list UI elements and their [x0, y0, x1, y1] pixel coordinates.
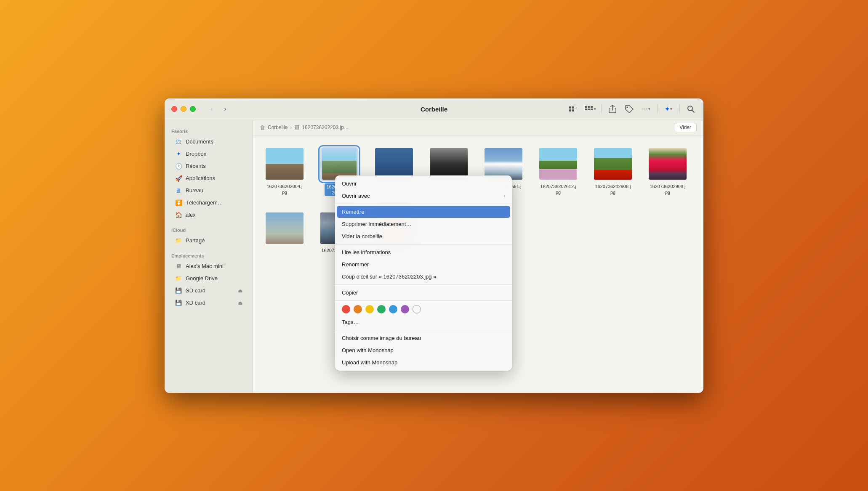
sidebar-label-bureau: Bureau	[186, 187, 203, 194]
tag-icon	[625, 105, 634, 113]
file-item-1[interactable]: 1620736202004.jpg	[261, 144, 308, 200]
tag-purple[interactable]	[401, 305, 409, 313]
sidebar-item-alexmac[interactable]: 🖥 Alex's Mac mini	[168, 260, 249, 272]
tag-red[interactable]	[342, 305, 350, 313]
sidebar-item-sdcard[interactable]: 💾 SD card ⏏	[168, 285, 249, 297]
sidebar-item-dropbox[interactable]: ✦ Dropbox	[168, 148, 249, 160]
file-item-7[interactable]: 1620736202908.jpg	[590, 144, 636, 200]
context-menu-sep-2	[335, 244, 512, 244]
monitor-icon: 🖥	[175, 187, 182, 194]
sidebar-item-recents[interactable]: 🕐 Récents	[168, 160, 249, 172]
file-item-8[interactable]: 1620736202908.jpg	[644, 144, 691, 200]
file-item-6[interactable]: 1620736202612.jpg	[535, 144, 581, 200]
sidebar-item-googledrive[interactable]: 📁 Google Drive	[168, 273, 249, 284]
file-thumb-wrap-7	[594, 147, 632, 181]
sidebar-item-applications[interactable]: 🚀 Applications	[168, 173, 249, 184]
context-menu-item-copier[interactable]: Copier	[335, 287, 512, 299]
svg-rect-0	[585, 106, 587, 108]
tag-blue[interactable]	[389, 305, 397, 313]
file-item-9[interactable]	[261, 208, 308, 263]
share-button[interactable]	[607, 103, 618, 115]
file-name-8: 1620736202908.jpg	[650, 183, 685, 196]
svg-rect-5	[591, 109, 593, 110]
more-button[interactable]: ⋯ ▾	[640, 103, 652, 115]
share-icon	[609, 105, 616, 113]
context-menu-label-remettre: Remettre	[342, 209, 364, 215]
breadcrumb-label: Corbeille	[268, 125, 288, 130]
finder-window: ‹ › Corbeille ⌃	[165, 98, 703, 393]
context-menu-item-tags[interactable]: Tags…	[335, 316, 512, 328]
close-button[interactable]	[171, 106, 177, 112]
context-menu-item-coup-oeil[interactable]: Coup d'œil sur « 1620736202203.jpg »	[335, 271, 512, 283]
icon-view-button[interactable]: ⌃	[567, 103, 579, 115]
context-menu-item-vider-corbeille[interactable]: Vider la corbeille	[335, 230, 512, 242]
svg-rect-1	[588, 106, 590, 108]
context-menu-item-renommer[interactable]: Renommer	[335, 258, 512, 271]
nav-buttons: ‹ ›	[206, 103, 231, 115]
search-button[interactable]	[685, 103, 697, 115]
sidebar-label-recents: Récents	[186, 163, 206, 169]
file-thumb-wrap-8	[649, 147, 687, 181]
list-view-button[interactable]: ▾	[584, 103, 596, 115]
sidebar-item-telechargements[interactable]: ⏬ Téléchargem…	[168, 197, 249, 209]
titlebar: ‹ › Corbeille ⌃	[165, 98, 703, 120]
file-thumb-3	[375, 148, 413, 180]
sidebar-section-icloud: iCloud	[165, 224, 253, 234]
tag-orange[interactable]	[354, 305, 362, 313]
vider-button[interactable]: Vider	[674, 123, 697, 132]
toolbar-separator-2	[657, 105, 658, 113]
maximize-button[interactable]	[190, 106, 196, 112]
tag-button[interactable]	[623, 103, 635, 115]
apps-icon: 🚀	[175, 175, 182, 182]
minimize-button[interactable]	[181, 106, 186, 112]
download-icon: ⏬	[175, 199, 182, 207]
dropbox-button[interactable]: ✦ ▾	[663, 103, 674, 115]
sidebar-item-partage[interactable]: 📁 Partagé	[168, 235, 249, 247]
tag-empty[interactable]	[413, 305, 421, 313]
sidebar-item-xdcard[interactable]: 💾 XD card ⏏	[168, 297, 249, 309]
context-menu-item-upload-monosnap[interactable]: Upload with Monosnap	[335, 356, 512, 369]
context-menu-label-tags: Tags…	[342, 319, 359, 325]
toolbar-right: ⌃ ▾	[567, 103, 697, 115]
toolbar-separator-3	[679, 105, 680, 113]
tag-green[interactable]	[377, 305, 386, 313]
sidebar-item-documents[interactable]: 🗂 Documents	[168, 136, 249, 148]
file-thumb-6	[539, 148, 577, 180]
context-menu-item-ouvrir-avec[interactable]: Ouvrir avec ›	[335, 190, 512, 202]
file-area[interactable]: 1620736202004.jpg 1620736202203.jpg	[253, 135, 703, 393]
sidebar-label-applications: Applications	[186, 175, 215, 181]
context-menu-label-coup-oeil: Coup d'œil sur « 1620736202203.jpg »	[342, 273, 436, 280]
context-menu-item-supprimer[interactable]: Supprimer immédiatement…	[335, 218, 512, 230]
sidebar-section-emplacements: Emplacements	[165, 250, 253, 260]
traffic-lights	[171, 106, 196, 112]
context-menu-item-lire-info[interactable]: Lire les informations	[335, 246, 512, 258]
tags-row	[335, 303, 512, 316]
sidebar-label-telechargements: Téléchargem…	[186, 199, 223, 206]
grid-icon	[569, 106, 574, 111]
main-area: Favoris 🗂 Documents ✦ Dropbox 🕐 Récents …	[165, 120, 703, 393]
context-menu-label-supprimer: Supprimer immédiatement…	[342, 221, 411, 227]
back-button[interactable]: ‹	[206, 103, 218, 115]
context-menu-label-upload-monosnap: Upload with Monosnap	[342, 359, 397, 366]
xdcard-eject[interactable]: ⏏	[238, 300, 242, 306]
home-icon: 🏠	[175, 211, 182, 219]
sidebar-label-dropbox: Dropbox	[186, 151, 206, 157]
context-menu-item-choisir-bureau[interactable]: Choisir comme image du bureau	[335, 332, 512, 344]
sdcard-icon: 💾	[175, 287, 182, 295]
context-menu-label-choisir-bureau: Choisir comme image du bureau	[342, 335, 421, 341]
context-menu-label-renommer: Renommer	[342, 261, 369, 268]
svg-line-7	[692, 110, 695, 113]
trash-small-icon: 🗑	[260, 125, 265, 131]
context-menu-item-open-monosnap[interactable]: Open with Monosnap	[335, 344, 512, 356]
sidebar-label-documents: Documents	[186, 138, 213, 145]
tag-yellow[interactable]	[365, 305, 374, 313]
forward-button[interactable]: ›	[219, 103, 231, 115]
file-name-7: 1620736202908.jpg	[595, 183, 631, 196]
sidebar-item-alex[interactable]: 🏠 alex	[168, 209, 249, 221]
sdcard-eject[interactable]: ⏏	[238, 288, 242, 294]
context-menu-item-remettre[interactable]: Remettre	[337, 206, 510, 218]
sidebar-label-alex: alex	[186, 212, 196, 218]
context-menu-item-ouvrir[interactable]: Ouvrir	[335, 178, 512, 190]
sidebar-item-bureau[interactable]: 🖥 Bureau	[168, 185, 249, 196]
sidebar-label-partage: Partagé	[186, 237, 205, 244]
